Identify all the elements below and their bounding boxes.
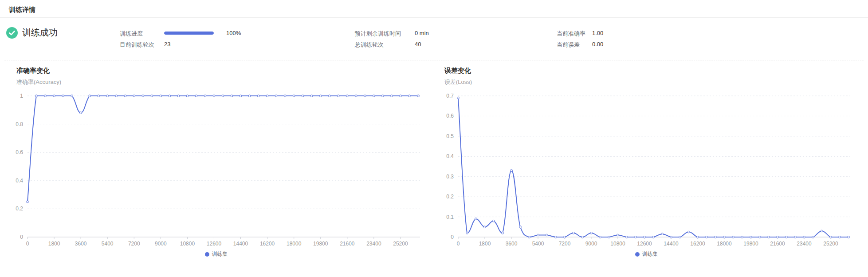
data-point-marker[interactable] (759, 236, 761, 238)
data-point-marker[interactable] (346, 95, 348, 97)
data-point-marker[interactable] (266, 95, 268, 97)
accuracy-legend-item[interactable]: 训练集 (9, 250, 424, 258)
data-point-marker[interactable] (697, 236, 699, 238)
data-point-marker[interactable] (382, 95, 384, 97)
data-point-marker[interactable] (275, 95, 277, 97)
data-point-marker[interactable] (732, 236, 734, 238)
data-point-marker[interactable] (231, 95, 233, 97)
data-point-marker[interactable] (564, 236, 566, 238)
data-point-marker[interactable] (408, 95, 411, 97)
data-point-marker[interactable] (115, 95, 118, 97)
data-point-marker[interactable] (555, 236, 557, 238)
data-point-marker[interactable] (803, 236, 805, 238)
data-point-marker[interactable] (466, 232, 468, 234)
data-point-marker[interactable] (715, 236, 717, 238)
data-point-marker[interactable] (457, 97, 460, 99)
data-point-marker[interactable] (599, 236, 601, 238)
data-point-marker[interactable] (328, 95, 330, 97)
data-point-marker[interactable] (106, 95, 109, 97)
data-point-marker[interactable] (89, 95, 91, 97)
data-point-marker[interactable] (169, 95, 171, 97)
data-point-marker[interactable] (27, 201, 29, 203)
data-point-marker[interactable] (337, 95, 339, 97)
data-point-marker[interactable] (391, 95, 393, 97)
data-point-marker[interactable] (777, 236, 779, 238)
data-point-marker[interactable] (186, 95, 189, 97)
data-point-marker[interactable] (812, 236, 814, 238)
data-point-marker[interactable] (670, 236, 672, 238)
data-point-marker[interactable] (511, 170, 513, 172)
data-point-marker[interactable] (794, 236, 797, 238)
data-point-marker[interactable] (240, 95, 242, 97)
data-point-marker[interactable] (35, 95, 38, 97)
data-point-marker[interactable] (160, 95, 162, 97)
data-point-marker[interactable] (590, 232, 593, 234)
data-point-marker[interactable] (581, 236, 584, 238)
data-point-marker[interactable] (573, 232, 575, 234)
data-point-marker[interactable] (310, 95, 313, 97)
data-point-marker[interactable] (546, 234, 548, 236)
data-point-marker[interactable] (373, 95, 375, 97)
data-point-marker[interactable] (98, 95, 100, 97)
data-point-marker[interactable] (679, 236, 681, 238)
data-point-marker[interactable] (741, 236, 743, 238)
data-point-marker[interactable] (528, 236, 530, 238)
x-axis-tick-label: 10800 (180, 241, 195, 247)
data-point-marker[interactable] (44, 95, 47, 97)
y-axis-tick-label: 0.2 (16, 206, 23, 212)
data-point-marker[interactable] (519, 226, 522, 228)
data-point-marker[interactable] (213, 95, 215, 97)
data-point-marker[interactable] (493, 220, 495, 222)
data-point-marker[interactable] (355, 95, 357, 97)
data-point-marker[interactable] (257, 95, 259, 97)
data-point-marker[interactable] (821, 230, 823, 232)
data-point-marker[interactable] (151, 95, 153, 97)
data-point-marker[interactable] (786, 236, 788, 238)
data-point-marker[interactable] (284, 95, 286, 97)
x-axis-tick-label: 7200 (559, 241, 571, 247)
data-point-marker[interactable] (617, 234, 619, 236)
data-point-marker[interactable] (661, 233, 664, 235)
data-point-marker[interactable] (723, 236, 726, 238)
x-axis-tick-label: 25200 (393, 241, 408, 247)
data-point-marker[interactable] (222, 95, 224, 97)
data-point-marker[interactable] (53, 95, 55, 97)
data-point-marker[interactable] (537, 234, 539, 236)
data-point-marker[interactable] (177, 95, 180, 97)
data-point-marker[interactable] (688, 231, 690, 233)
data-point-marker[interactable] (848, 236, 850, 238)
data-point-marker[interactable] (652, 236, 655, 238)
data-point-marker[interactable] (644, 236, 646, 238)
data-point-marker[interactable] (750, 236, 752, 238)
data-point-marker[interactable] (475, 218, 477, 220)
loss-legend-item[interactable]: 训练集 (437, 250, 856, 258)
data-point-marker[interactable] (839, 236, 841, 238)
data-point-marker[interactable] (608, 236, 610, 238)
data-point-marker[interactable] (62, 95, 64, 97)
data-point-marker[interactable] (830, 236, 832, 238)
data-point-marker[interactable] (204, 95, 206, 97)
data-point-marker[interactable] (142, 95, 144, 97)
total-epochs-label: 总训练轮次 (355, 41, 384, 49)
accuracy-chart-panel: 准确率变化 准确率(Accuracy) 00.20.40.60.81018003… (9, 67, 424, 258)
data-point-marker[interactable] (417, 95, 420, 97)
data-point-marker[interactable] (706, 236, 708, 238)
data-point-marker[interactable] (319, 95, 322, 97)
data-point-marker[interactable] (400, 95, 402, 97)
data-point-marker[interactable] (364, 95, 366, 97)
data-point-marker[interactable] (768, 236, 770, 238)
data-point-marker[interactable] (133, 95, 135, 97)
data-point-marker[interactable] (635, 236, 637, 238)
data-point-marker[interactable] (124, 95, 126, 97)
accuracy-line-chart[interactable]: 00.20.40.60.8101800360054007200900010800… (9, 87, 424, 247)
data-point-marker[interactable] (502, 232, 504, 234)
data-point-marker[interactable] (293, 95, 295, 97)
data-point-marker[interactable] (248, 95, 251, 97)
data-point-marker[interactable] (195, 95, 197, 97)
data-point-marker[interactable] (71, 95, 73, 97)
data-point-marker[interactable] (80, 112, 82, 114)
data-point-marker[interactable] (302, 95, 304, 97)
loss-line-chart[interactable]: 00.10.20.30.40.50.60.7018003600540072009… (437, 87, 856, 247)
data-point-marker[interactable] (484, 226, 486, 228)
data-point-marker[interactable] (626, 236, 628, 238)
